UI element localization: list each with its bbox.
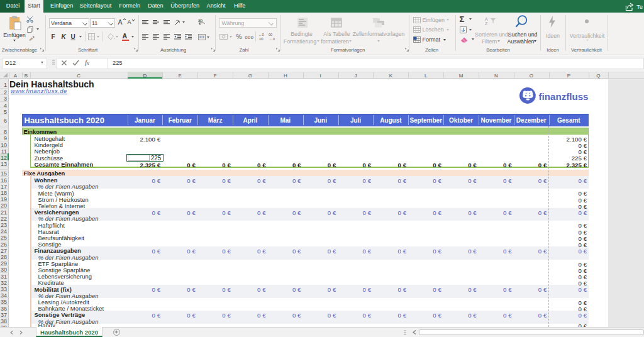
svg-text:finanzfluss: finanzfluss <box>538 91 588 101</box>
svg-text:00: 00 <box>269 33 272 36</box>
svg-text:→.0: →.0 <box>269 37 275 41</box>
svg-text:Z: Z <box>485 21 488 26</box>
svg-text:A: A <box>485 17 488 21</box>
svg-text:←0: ←0 <box>258 33 264 36</box>
svg-text:.00: .00 <box>258 37 264 41</box>
svg-text:ab: ab <box>198 18 203 23</box>
